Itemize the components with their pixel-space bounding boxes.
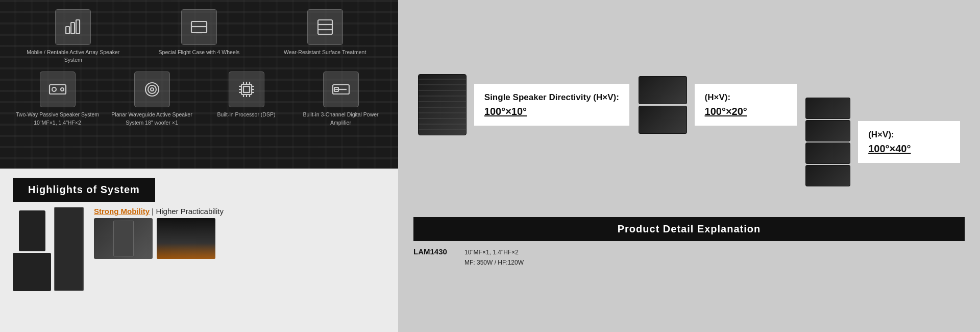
mini-sp-inner [113,221,134,256]
feature-two-way-label: Two-Way Passive Speaker System 10"MF×1, … [10,111,105,126]
highlights-title: Highlights of System [13,178,155,202]
highlights-right-content: Strong Mobility | Higher Practicability [94,207,385,259]
quad-directivity-card: (H×V): 100°×40° [858,121,960,162]
mini-thumb-2 [157,218,215,259]
left-section: Moblie / Rentable Active Array Speaker S… [0,0,398,332]
feature-amplifier-label: Built-in 3-Channel Digital Power Amplifi… [293,111,388,126]
svg-rect-2 [76,20,80,34]
svg-point-12 [145,83,159,96]
svg-rect-28 [243,86,250,92]
quad-directivity-title: (H×V): [868,129,950,140]
mobility-text: Strong Mobility | Higher Practicability [94,207,385,216]
single-directivity-card: Single Speaker Directivity (H×V): 100°×1… [474,84,629,125]
monitor-case-icon-box [181,9,217,45]
single-speaker-image-wrap [418,74,467,135]
highlights-title-wrapper: Highlights of System [13,178,385,202]
mini-stage-inner [157,218,215,259]
feature-planar-waveguide: Planar Waveguide Active Speaker System 1… [105,72,199,126]
feature-flight-case-label: Special Flight Case with 4 Wheels [159,49,240,56]
page-wrapper: Moblie / Rentable Active Array Speaker S… [0,0,980,332]
feature-two-way: Two-Way Passive Speaker System 10"MF×1, … [10,72,105,126]
spec-line-2: MF: 350W / HF:120W [464,257,524,268]
feature-dsp: Built-in Processor (DSP) [199,72,293,118]
highlights-section: Highlights of System Strong M [0,169,398,296]
speaker-images-left [13,207,84,291]
bars-chart-icon [63,17,83,37]
spec-line-1: 10"MF×1, 1.4"HF×2 [464,247,524,257]
single-directivity-title: Single Speaker Directivity (H×V): [484,92,619,103]
product-detail-title: Product Detail Explanation [413,217,965,241]
right-section: Single Speaker Directivity (H×V): 100°×1… [398,0,980,332]
double-directivity-title: (H×V): [705,92,787,103]
single-directivity-title-text: Single Speaker Directivity (H×V): [484,92,619,102]
double-directivity-value: 100°×20° [705,106,787,117]
speaker-tall-image [13,210,51,291]
svg-point-10 [52,87,56,91]
mini-thumbnails-row [94,218,385,259]
svg-point-14 [151,88,154,91]
single-speaker-image [418,74,467,135]
quad-unit-1 [805,98,850,119]
single-speaker-block: Single Speaker Directivity (H×V): 100°×1… [418,74,629,135]
double-speaker-block: (H×V): 100°×20° [639,76,797,134]
double-speaker-unit-2 [639,106,687,134]
processor-chip-icon-box [229,72,264,107]
feature-special-flight-case: Special Flight Case with 4 Wheels [152,9,246,56]
feature-wear-resistant: Wear-Resistant Surface Treatment [278,9,372,56]
svg-point-13 [148,85,156,93]
speaker-case-image [54,207,84,291]
quad-unit-3 [805,143,850,164]
quad-speaker-stack [805,98,850,186]
speaker-ring-icon [142,80,162,99]
feature-wear-resistant-label: Wear-Resistant Surface Treatment [284,49,366,56]
monitor-case-icon [189,17,209,37]
feature-mobile-label: Moblie / Rentable Active Array Speaker S… [26,49,120,64]
speaker-ring-icon-box [134,72,170,107]
product-spec-text: 10"MF×1, 1.4"HF×2 MF: 350W / HF:120W [464,247,524,268]
double-speaker-image-wrap [639,76,687,134]
right-lower-panel: Product Detail Explanation LAM1430 10"MF… [398,209,980,332]
double-speaker-unit-1 [639,76,687,104]
quad-speaker-row: (H×V): 100°×40° [805,98,960,186]
square-surface-icon-box [307,9,343,45]
mini-thumb-1 [94,218,153,259]
double-directivity-card: (H×V): 100°×20° [695,84,797,125]
dark-top-panel: Moblie / Rentable Active Array Speaker S… [0,0,398,169]
square-surface-icon [315,17,335,37]
quad-speaker-block: (H×V): 100°×40° [805,98,960,186]
sp-unit-sub [13,253,51,291]
speaker-circle-icon-box [40,72,76,107]
highlights-body: Strong Mobility | Higher Practicability [13,207,385,291]
speaker-grill [419,75,466,135]
mobility-rest-text: | Higher Practicability [150,207,224,216]
single-directivity-value: 100°×10° [484,106,619,117]
feature-dsp-label: Built-in Processor (DSP) [217,111,276,118]
sp-unit-top [19,210,45,251]
amplifier-bar-icon [331,80,351,99]
quad-directivity-value: 100°×40° [868,143,950,155]
product-detail-content: LAM1430 10"MF×1, 1.4"HF×2 MF: 350W / HF:… [413,247,965,268]
svg-rect-1 [71,22,75,34]
svg-rect-0 [66,27,69,34]
right-upper-panel: Single Speaker Directivity (H×V): 100°×1… [398,0,980,209]
amplifier-bar-icon-box [323,72,359,107]
light-bottom-panel: Highlights of System Strong M [0,169,398,332]
icon-row-1: Moblie / Rentable Active Array Speaker S… [0,0,398,69]
processor-chip-icon [237,80,256,99]
quad-unit-4 [805,165,850,186]
product-model-name: LAM1430 [413,247,454,256]
feature-mobile-rentable: Moblie / Rentable Active Array Speaker S… [26,9,120,64]
svg-point-11 [61,88,64,91]
feature-amplifier: Built-in 3-Channel Digital Power Amplifi… [293,72,388,126]
mobility-orange-text[interactable]: Strong Mobility [94,207,150,216]
speaker-circle-icon [48,80,67,99]
quad-unit-2 [805,120,850,141]
feature-planar-label: Planar Waveguide Active Speaker System 1… [105,111,199,126]
icon-row-2: Two-Way Passive Speaker System 10"MF×1, … [0,69,398,131]
bars-chart-icon-box [55,9,91,45]
svg-rect-6 [318,20,332,34]
